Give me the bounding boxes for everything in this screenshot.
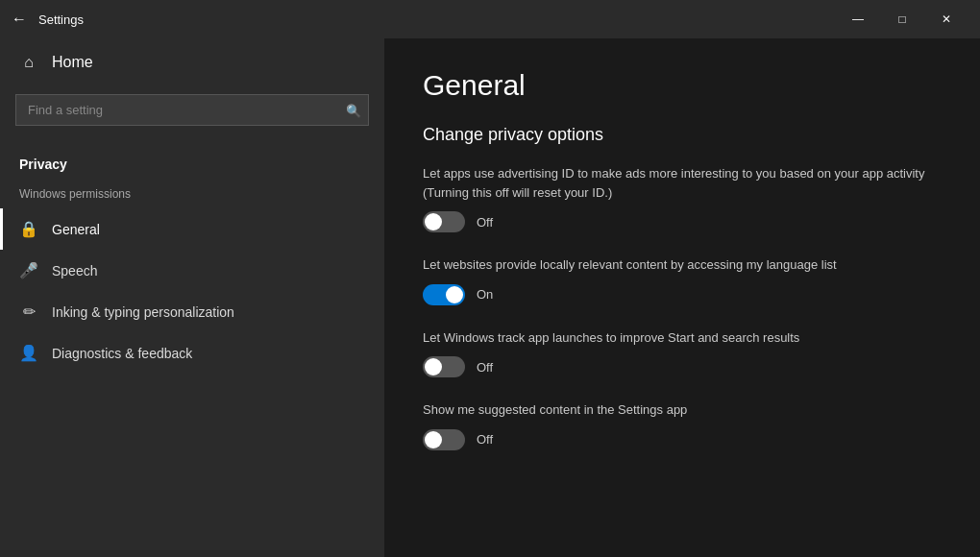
diagnostics-icon: 👤 xyxy=(19,344,38,362)
back-button[interactable]: ← xyxy=(12,12,27,27)
setting-suggested-content-description: Show me suggested content in the Setting… xyxy=(423,400,942,420)
sidebar-item-general-label: General xyxy=(52,222,100,237)
toggle-app-launches[interactable] xyxy=(423,356,465,377)
sidebar-search-container: 🔍 xyxy=(15,94,369,126)
home-icon: ⌂ xyxy=(19,54,38,71)
minimize-button[interactable]: — xyxy=(836,0,880,38)
inking-icon: ✏ xyxy=(19,303,38,321)
setting-suggested-content: Show me suggested content in the Setting… xyxy=(423,400,942,450)
toggle-thumb-advertising-id xyxy=(425,213,442,230)
content-area: General Change privacy options Let apps … xyxy=(384,38,980,557)
setting-language-list-description: Let websites provide locally relevant co… xyxy=(423,255,942,275)
toggle-thumb-suggested-content xyxy=(425,431,442,448)
toggle-row-advertising-id: Off xyxy=(423,211,942,232)
toggle-track-language-list xyxy=(423,284,465,305)
sidebar-item-speech-label: Speech xyxy=(52,263,97,278)
setting-app-launches: Let Windows track app launches to improv… xyxy=(423,328,942,378)
toggle-track-advertising-id xyxy=(423,211,465,232)
sidebar-item-diagnostics[interactable]: 👤 Diagnostics & feedback xyxy=(0,332,384,374)
section-title: Change privacy options xyxy=(423,125,942,145)
general-icon: 🔒 xyxy=(19,220,38,238)
toggle-row-app-launches: Off xyxy=(423,356,942,377)
setting-app-launches-description: Let Windows track app launches to improv… xyxy=(423,328,942,348)
toggle-label-advertising-id: Off xyxy=(477,215,493,230)
sidebar-item-speech[interactable]: 🎤 Speech xyxy=(0,250,384,291)
sidebar-home-item[interactable]: ⌂ Home xyxy=(0,38,384,86)
sidebar-item-general[interactable]: 🔒 General xyxy=(0,208,384,250)
sidebar-item-diagnostics-label: Diagnostics & feedback xyxy=(52,346,192,361)
titlebar: ← Settings — □ ✕ xyxy=(0,0,980,38)
sidebar-home-label: Home xyxy=(52,54,93,71)
toggle-thumb-app-launches xyxy=(425,358,442,375)
page-title: General xyxy=(423,69,942,102)
toggle-track-app-launches xyxy=(423,356,465,377)
setting-advertising-id: Let apps use advertising ID to make ads … xyxy=(423,164,942,232)
toggle-advertising-id[interactable] xyxy=(423,211,465,232)
window-controls: — □ ✕ xyxy=(836,0,968,38)
toggle-track-suggested-content xyxy=(423,429,465,450)
main-layout: ⌂ Home 🔍 Privacy Windows permissions 🔒 G… xyxy=(0,38,980,557)
toggle-row-language-list: On xyxy=(423,284,942,305)
setting-language-list: Let websites provide locally relevant co… xyxy=(423,255,942,305)
sidebar-windows-permissions-label: Windows permissions xyxy=(0,180,384,208)
toggle-language-list[interactable] xyxy=(423,284,465,305)
toggle-label-suggested-content: Off xyxy=(477,432,493,447)
search-icon[interactable]: 🔍 xyxy=(346,103,361,117)
sidebar: ⌂ Home 🔍 Privacy Windows permissions 🔒 G… xyxy=(0,38,384,557)
sidebar-item-inking[interactable]: ✏ Inking & typing personalization xyxy=(0,291,384,332)
speech-icon: 🎤 xyxy=(19,261,38,279)
sidebar-item-inking-label: Inking & typing personalization xyxy=(52,304,234,320)
close-button[interactable]: ✕ xyxy=(924,0,968,38)
maximize-button[interactable]: □ xyxy=(880,0,924,38)
toggle-row-suggested-content: Off xyxy=(423,429,942,450)
toggle-suggested-content[interactable] xyxy=(423,429,465,450)
toggle-label-app-launches: Off xyxy=(477,360,493,375)
toggle-label-language-list: On xyxy=(477,287,493,302)
sidebar-privacy-label: Privacy xyxy=(0,141,384,180)
app-title: Settings xyxy=(38,12,836,27)
setting-advertising-id-description: Let apps use advertising ID to make ads … xyxy=(423,164,942,202)
toggle-thumb-language-list xyxy=(446,286,463,303)
search-input[interactable] xyxy=(15,94,369,126)
